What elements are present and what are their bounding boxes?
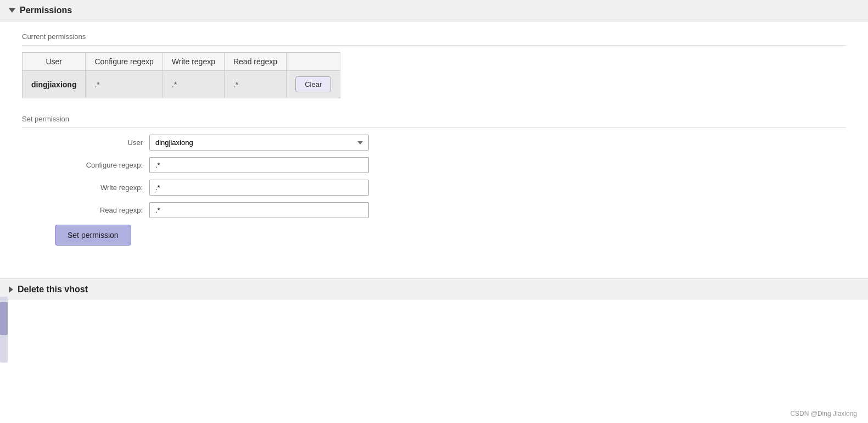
current-permissions-section: Current permissions User Configure regex…: [22, 32, 846, 98]
table-row: dingjiaxiong .* .* .* Clear: [23, 71, 340, 98]
divider: [22, 45, 846, 46]
configure-regexp-label: Configure regexp:: [55, 161, 143, 169]
write-regexp-label: Write regexp:: [55, 183, 143, 192]
user-select[interactable]: dingjiaxiong: [149, 135, 369, 151]
read-regexp-input[interactable]: [149, 202, 369, 218]
permissions-table: User Configure regexp Write regexp Read …: [22, 52, 340, 98]
table-header-action: [287, 53, 340, 71]
permissions-section-header[interactable]: Permissions: [0, 0, 868, 21]
table-cell-write: .*: [163, 71, 224, 98]
table-cell-user: dingjiaxiong: [23, 71, 86, 98]
current-permissions-label: Current permissions: [22, 32, 846, 41]
delete-section-header[interactable]: Delete this vhost: [0, 279, 868, 300]
set-permission-section: Set permission User dingjiaxiong Configu…: [22, 115, 846, 246]
delete-title: Delete this vhost: [18, 285, 88, 294]
set-permission-label: Set permission: [22, 115, 846, 123]
table-cell-read: .*: [224, 71, 286, 98]
scrollbar-thumb[interactable]: [0, 302, 8, 335]
table-cell-action: Clear: [287, 71, 340, 98]
table-header-write: Write regexp: [163, 53, 224, 71]
scrollbar[interactable]: [0, 297, 8, 363]
table-header-read: Read regexp: [224, 53, 286, 71]
configure-regexp-input[interactable]: [149, 157, 369, 173]
write-regexp-input[interactable]: [149, 180, 369, 196]
user-row: User dingjiaxiong: [55, 135, 846, 151]
clear-button[interactable]: Clear: [295, 76, 331, 92]
write-regexp-row: Write regexp:: [55, 180, 846, 196]
chevron-right-icon: [9, 286, 13, 293]
table-header-configure: Configure regexp: [86, 53, 163, 71]
permissions-title: Permissions: [20, 5, 72, 15]
user-field-label: User: [55, 138, 143, 147]
set-permission-button[interactable]: Set permission: [55, 225, 131, 246]
read-regexp-label: Read regexp:: [55, 206, 143, 214]
table-header-user: User: [23, 53, 86, 71]
configure-regexp-row: Configure regexp:: [55, 157, 846, 173]
page-wrapper: Permissions Current permissions User Con…: [0, 0, 868, 300]
watermark: CSDN @Ding Jiaxiong: [790, 410, 857, 418]
form-divider: [22, 127, 846, 128]
read-regexp-row: Read regexp:: [55, 202, 846, 218]
chevron-down-icon: [9, 8, 15, 13]
permissions-content: Current permissions User Configure regex…: [0, 21, 868, 268]
table-cell-configure: .*: [86, 71, 163, 98]
